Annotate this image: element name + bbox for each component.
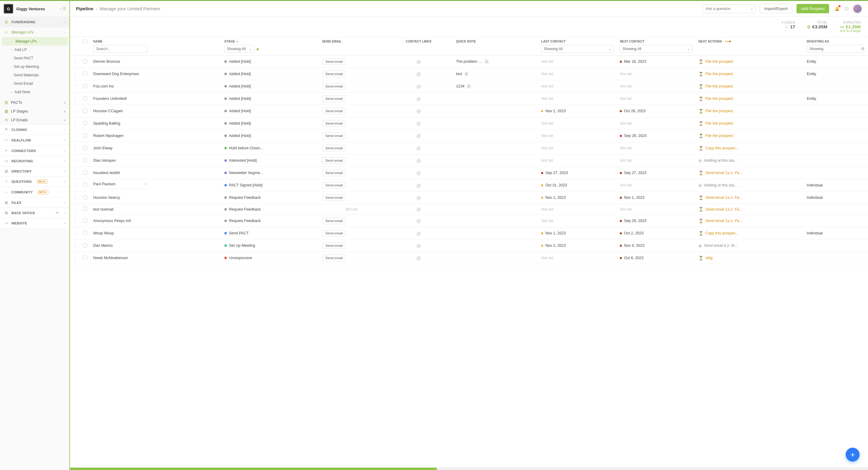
nav-lp-emails[interactable]: ✉LP Emails› — [0, 116, 70, 125]
row-handle[interactable]: ⋮ — [70, 130, 80, 142]
stage-cell[interactable]: Added [Hold] — [224, 84, 316, 88]
last-contact-filter[interactable]: Showing All — [541, 45, 614, 53]
col-last-contact[interactable]: LAST CONTACT — [541, 39, 614, 43]
prospect-name[interactable]: Newb McNewberson — [90, 252, 221, 264]
stage-cell[interactable]: Added [Hold] — [224, 97, 316, 101]
investing-as[interactable] — [804, 105, 868, 117]
next-contact[interactable]: Oct 26, 2023 — [620, 109, 692, 113]
row-handle[interactable]: ⋮ — [70, 240, 80, 252]
row-checkbox[interactable] — [83, 133, 87, 137]
next-contact[interactable]: Mar 16, 2023 — [620, 59, 692, 64]
last-contact[interactable]: Nov 2, 2023 — [541, 244, 614, 248]
next-action[interactable]: ⏳File the prospect — [699, 134, 801, 138]
next-action[interactable]: ⏳Send email 1a.1. Fe... — [699, 195, 801, 200]
stage-cell[interactable]: Set Up Meeting — [224, 244, 316, 248]
col-next-contact[interactable]: NEXT CONTACT — [620, 39, 692, 43]
stage-cell[interactable]: Unresponsive — [224, 256, 316, 260]
investing-filter[interactable]: Showing — [807, 45, 865, 53]
horizontal-scrollbar[interactable] — [70, 468, 868, 470]
prospect-name[interactable]: Anonymous Peeps Intl — [90, 215, 221, 227]
row-handle[interactable]: ⋮ — [70, 179, 80, 192]
table-row[interactable]: ⋮Dias IskrayevInterested [Hold]Send emai… — [70, 154, 868, 167]
refresh-icon[interactable]: ⟳ — [56, 211, 59, 215]
send-email-button[interactable]: Send email — [322, 242, 346, 249]
nav-back-office[interactable]: ▤BACK OFFICE⟳› — [0, 208, 70, 218]
subnav-add-lp[interactable]: +Add LP — [0, 45, 70, 54]
col-stage[interactable]: STAGE▲ — [224, 39, 316, 43]
table-row[interactable]: ⋮housttest testttttNewsletter Segme...Se… — [70, 167, 868, 179]
next-contact[interactable]: Oct 2, 2023 — [620, 231, 692, 235]
subnav-set-up-meeting[interactable]: ›Set up Meeting — [0, 62, 70, 71]
quick-note[interactable]: 12342 — [456, 84, 489, 88]
row-handle[interactable]: ⋮ — [70, 227, 80, 240]
col-next-actions[interactable]: NEXT ACTIONS — [699, 39, 801, 43]
next-action[interactable]: ⊛Send email 4.2. M... — [699, 244, 801, 248]
subnav-manage-lps[interactable]: •Manage LPs — [2, 37, 68, 45]
nav-community[interactable]: ☺COMMUNITYBETA — [0, 187, 70, 197]
next-action[interactable]: ⏳File the prospect — [699, 109, 801, 114]
stage-cell[interactable]: Newsletter Segme... — [224, 171, 316, 175]
table-scroll[interactable]: ⚙ NAME STAGE▲Showing All◈ SEND EMAIL CON… — [70, 37, 868, 468]
investing-as[interactable] — [804, 80, 868, 93]
prospect-name[interactable]: John Elway — [90, 142, 221, 154]
col-contact-links[interactable]: CONTACT LINKS — [406, 39, 432, 43]
table-settings-button[interactable]: ⚙ — [860, 45, 866, 52]
stage-cell[interactable]: Added [Hold] — [224, 59, 316, 64]
search-icon[interactable]: ⌕ — [751, 6, 753, 11]
next-action[interactable]: ⏳File the prospect — [699, 59, 801, 64]
next-action[interactable]: ⊘Holding at this sta... — [699, 158, 801, 163]
prospect-name[interactable]: Robert Nipshagen — [90, 130, 221, 142]
row-checkbox[interactable] — [83, 121, 87, 125]
at-icon[interactable]: @ — [387, 158, 450, 163]
table-row[interactable]: ⋮Founders Unlimited!Added [Hold]Send ema… — [70, 93, 868, 105]
send-email-button[interactable]: Send email — [322, 108, 346, 114]
table-row[interactable]: ⋮Robert NipshagenAdded [Hold]Send email@… — [70, 130, 868, 142]
nav-questions[interactable]: ?QUESTIONSBETA› — [0, 177, 70, 187]
subnav-send-email[interactable]: ›Send Email — [0, 79, 70, 88]
quick-note[interactable]: test3 — [456, 72, 489, 76]
prospect-name[interactable]: Downward Dog Enterprises — [90, 68, 221, 80]
row-checkbox[interactable] — [83, 71, 87, 76]
at-icon[interactable]: @ — [387, 146, 450, 151]
table-row[interactable]: ⋮Spalding BallingAdded [Hold]Send email@… — [70, 117, 868, 130]
nav-connectors[interactable]: ✦CONNECTORS› — [0, 146, 70, 156]
at-icon[interactable]: @ — [387, 195, 450, 200]
send-email-button[interactable]: Send email — [322, 157, 346, 164]
row-handle[interactable]: ⋮ — [70, 80, 80, 93]
send-email-button[interactable]: Send email — [322, 95, 346, 102]
select-all-checkbox[interactable] — [83, 39, 87, 44]
send-email-button[interactable]: Send email — [322, 194, 346, 201]
send-email-button[interactable]: Send email — [322, 182, 346, 189]
row-checkbox[interactable] — [83, 59, 87, 63]
stage-filter[interactable]: Showing All — [224, 45, 254, 53]
row-handle[interactable]: ⋮ — [70, 154, 80, 167]
row-checkbox[interactable] — [83, 108, 87, 113]
row-handle[interactable]: ⋮ — [70, 117, 80, 130]
next-contact[interactable]: Nov 4, 2023 — [620, 244, 692, 248]
row-checkbox[interactable] — [83, 183, 87, 187]
investing-as[interactable]: Individual — [804, 227, 868, 240]
col-name[interactable]: NAME — [93, 39, 218, 43]
row-checkbox[interactable] — [83, 158, 87, 162]
send-email-button[interactable]: Send email — [322, 255, 346, 261]
next-action[interactable]: ⏳File the prospect — [699, 84, 801, 89]
at-icon[interactable]: @ — [387, 170, 450, 176]
prospect-name[interactable]: Paul Paulson🏷 — [90, 179, 151, 189]
send-email-button[interactable]: Send email — [322, 218, 346, 224]
next-contact[interactable]: Oct 6, 2023 — [620, 256, 692, 260]
table-row[interactable]: ⋮Foo.com IncAdded [Hold]Send email@12342… — [70, 80, 868, 93]
row-checkbox[interactable] — [83, 170, 87, 175]
nav-manage-lps[interactable]: ⌾ Manage LPs ⌄ — [0, 27, 70, 37]
last-contact[interactable]: Sep 27, 2023 — [541, 171, 614, 175]
table-row[interactable]: ⋮John ElwayHold before Closin...Send ema… — [70, 142, 868, 154]
table-row[interactable]: ⋮Downward Dog EnterprisesAdded [Hold]Sen… — [70, 68, 868, 80]
stage-cell[interactable]: Request Feedback — [224, 195, 316, 200]
sidebar-collapse[interactable]: ‹☰ — [60, 7, 66, 11]
next-action[interactable]: ⊘Holding at this sta... — [699, 183, 801, 188]
row-checkbox[interactable] — [83, 243, 87, 247]
row-checkbox[interactable] — [83, 195, 87, 199]
row-handle[interactable]: ⋮ — [70, 56, 80, 68]
prospect-name[interactable]: Founders Unlimited! — [90, 93, 221, 105]
investing-as[interactable] — [804, 154, 868, 167]
at-icon[interactable]: @ — [387, 183, 450, 188]
